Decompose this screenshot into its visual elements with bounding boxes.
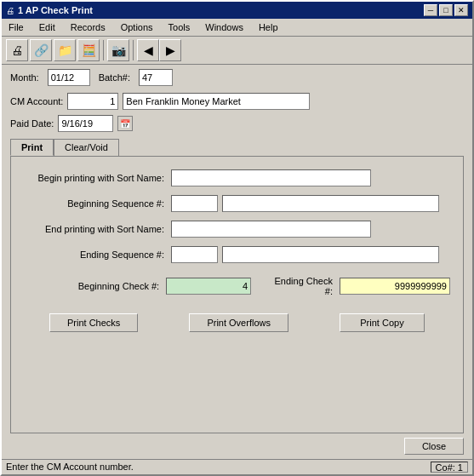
menu-help[interactable]: Help xyxy=(255,20,282,34)
tab-print[interactable]: Print xyxy=(10,139,54,156)
batch-input[interactable] xyxy=(139,69,173,86)
folder-icon-button[interactable]: 📁 xyxy=(54,39,76,61)
action-buttons-row: Print Checks Print Overflows Print Copy xyxy=(24,305,450,341)
menu-file[interactable]: File xyxy=(5,20,27,34)
end-sort-input[interactable] xyxy=(171,221,371,238)
tabs: Print Clear/Void xyxy=(10,139,464,156)
main-window: 🖨 1 AP Check Print ─ □ ✕ File Edit Recor… xyxy=(0,0,474,476)
title-bar-left: 🖨 1 AP Check Print xyxy=(6,5,93,15)
menu-options[interactable]: Options xyxy=(117,20,157,34)
begin-seq-inputs xyxy=(171,195,439,212)
end-seq-short-input[interactable] xyxy=(171,246,218,263)
app-icon: 🖨 xyxy=(6,6,14,15)
camera-icon-button[interactable]: 📷 xyxy=(107,39,129,61)
close-button[interactable]: Close xyxy=(404,438,464,455)
print-checks-button[interactable]: Print Checks xyxy=(49,313,138,332)
begin-check-input[interactable] xyxy=(166,278,251,295)
paid-date-label: Paid Date: xyxy=(10,118,54,129)
month-input[interactable] xyxy=(48,69,90,86)
check-number-row: Beginning Check #: Ending Check #: xyxy=(24,276,450,296)
toolbar-separator-1 xyxy=(103,40,104,60)
end-check-label: Ending Check #: xyxy=(266,276,333,296)
print-copy-button[interactable]: Print Copy xyxy=(340,313,425,332)
title-bar-buttons: ─ □ ✕ xyxy=(424,4,468,16)
bottom-area: Close xyxy=(2,433,472,459)
window-title: 1 AP Check Print xyxy=(18,5,93,15)
tab-content-print: Begin printing with Sort Name: Beginning… xyxy=(10,156,464,433)
status-co: Co#: 1 xyxy=(431,462,468,473)
menu-bar: File Edit Records Options Tools Windows … xyxy=(2,19,472,37)
begin-sort-label: Begin printing with Sort Name: xyxy=(24,173,164,183)
window-close-button[interactable]: ✕ xyxy=(454,4,468,16)
end-check-input[interactable] xyxy=(340,278,450,295)
calculator-icon-button[interactable]: 🧮 xyxy=(77,39,100,61)
toolbar-separator-2 xyxy=(133,40,134,60)
print-overflows-button[interactable]: Print Overflows xyxy=(189,313,288,332)
toolbar: 🖨 🔗 📁 🧮 📷 ◀ ▶ xyxy=(2,37,472,65)
end-sort-row: End printing with Sort Name: xyxy=(24,221,450,238)
month-label: Month: xyxy=(10,72,39,83)
maximize-button[interactable]: □ xyxy=(439,4,453,16)
begin-seq-row: Beginning Sequence #: xyxy=(24,195,450,212)
menu-windows[interactable]: Windows xyxy=(202,20,247,34)
paid-date-input[interactable] xyxy=(58,115,113,132)
begin-check-label: Beginning Check #: xyxy=(24,281,159,291)
menu-records[interactable]: Records xyxy=(67,20,109,34)
status-bar: Enter the CM Account number. Co#: 1 xyxy=(2,459,472,474)
minimize-button[interactable]: ─ xyxy=(424,4,437,16)
tabs-area: Print Clear/Void xyxy=(2,135,472,156)
begin-seq-label: Beginning Sequence #: xyxy=(24,198,164,209)
cm-account-name-input[interactable] xyxy=(123,93,310,110)
begin-seq-short-input[interactable] xyxy=(171,195,218,212)
end-seq-label: Ending Sequence #: xyxy=(24,249,164,260)
calendar-button[interactable]: 📅 xyxy=(117,116,133,131)
nav-back-button[interactable]: ◀ xyxy=(137,39,159,61)
title-bar: 🖨 1 AP Check Print ─ □ ✕ xyxy=(2,2,472,19)
menu-tools[interactable]: Tools xyxy=(165,20,194,34)
link-icon-button[interactable]: 🔗 xyxy=(30,39,52,61)
print-icon-button[interactable]: 🖨 xyxy=(6,39,28,61)
end-sort-label: End printing with Sort Name: xyxy=(24,224,164,234)
begin-sort-row: Begin printing with Sort Name: xyxy=(24,169,450,186)
menu-edit[interactable]: Edit xyxy=(36,20,59,34)
status-message: Enter the CM Account number. xyxy=(6,462,134,473)
tab-clear-void[interactable]: Clear/Void xyxy=(54,139,119,156)
begin-sort-input[interactable] xyxy=(171,169,371,186)
paid-date-row: Paid Date: 📅 xyxy=(2,112,472,135)
cm-account-label: CM Account: xyxy=(10,96,63,106)
batch-label: Batch#: xyxy=(99,72,130,83)
end-seq-row: Ending Sequence #: xyxy=(24,246,450,263)
end-seq-long-input[interactable] xyxy=(222,246,439,263)
cm-account-row: CM Account: xyxy=(2,90,472,112)
cm-account-number-input[interactable] xyxy=(67,93,118,110)
end-seq-inputs xyxy=(171,246,439,263)
begin-seq-long-input[interactable] xyxy=(222,195,439,212)
month-batch-row: Month: Batch#: xyxy=(2,65,472,90)
nav-forward-button[interactable]: ▶ xyxy=(159,39,181,61)
nav-arrows: ◀ ▶ xyxy=(137,39,181,61)
